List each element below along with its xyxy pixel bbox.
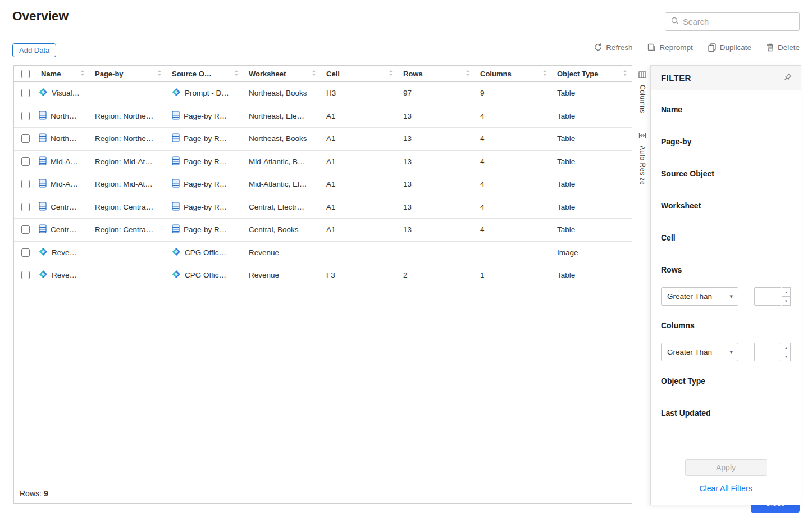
row-checkbox[interactable] [21, 157, 30, 166]
spin-down-button[interactable]: ▾ [782, 296, 791, 306]
row-cell: A1 [326, 180, 336, 188]
filter-section-label[interactable]: Source Object [661, 169, 791, 178]
column-header-rows[interactable]: Rows [398, 66, 475, 81]
row-columns: 4 [480, 225, 485, 234]
row-name: Reve… [52, 271, 77, 279]
reprompt-button[interactable]: Reprompt [647, 43, 692, 52]
row-checkbox[interactable] [21, 112, 30, 120]
filter-value-input[interactable] [754, 343, 781, 361]
row-name: Reve… [52, 248, 77, 257]
filter-section: Name ▾ ▴ ▾ [661, 105, 791, 114]
column-header-object-type[interactable]: Object Type [551, 66, 632, 81]
filter-section-label[interactable]: Page-by [661, 137, 791, 146]
row-rows: 97 [403, 89, 412, 97]
spin-up-button[interactable]: ▴ [782, 287, 791, 296]
pin-button[interactable] [782, 72, 793, 84]
filter-section-label[interactable]: Rows [661, 265, 791, 274]
table-row[interactable]: Centr… Region: Centra… Page-by R… Centra… [14, 196, 632, 219]
row-rows: 13 [403, 180, 412, 188]
table-row[interactable]: Mid-A… Region: Mid-At… Page-by R… Mid-At… [14, 151, 632, 174]
report-icon [172, 156, 180, 167]
report-icon [39, 133, 47, 144]
filter-value-input[interactable] [754, 287, 781, 306]
select-all-checkbox[interactable] [21, 70, 30, 78]
column-header-pageby[interactable]: Page-by [89, 66, 166, 81]
refresh-button[interactable]: Refresh [594, 43, 632, 52]
dossier-icon [172, 88, 181, 98]
row-checkbox[interactable] [21, 248, 30, 257]
row-source-object: Page-by R… [184, 180, 227, 188]
row-source-object: Page-by R… [184, 157, 227, 166]
row-checkbox[interactable] [21, 203, 30, 211]
column-header-cell[interactable]: Cell [321, 66, 398, 81]
filter-section-label[interactable]: Last Updated [661, 409, 791, 418]
apply-button[interactable]: Apply [685, 459, 767, 476]
dossier-icon [172, 247, 181, 258]
row-pageby: Region: Northe… [95, 112, 153, 120]
operator-select[interactable]: Greater Than ▾ [661, 287, 738, 306]
row-checkbox[interactable] [21, 225, 30, 234]
row-checkbox[interactable] [21, 134, 30, 143]
table-footer: Rows: 9 [14, 483, 632, 503]
filter-section-label[interactable]: Name [661, 105, 791, 114]
filter-section-label[interactable]: Cell [661, 233, 791, 242]
row-checkbox[interactable] [21, 271, 30, 279]
filter-section: Columns Greater Than ▾ ▴ ▾ [661, 321, 791, 361]
report-icon [172, 133, 180, 144]
filter-section-label[interactable]: Columns [661, 321, 791, 330]
filter-section-label[interactable]: Worksheet [661, 201, 791, 210]
chevron-down-icon: ▾ [729, 348, 733, 356]
row-cell: A1 [326, 203, 336, 211]
refresh-label: Refresh [606, 43, 632, 52]
operator-select[interactable]: Greater Than ▾ [661, 343, 738, 361]
row-columns: 4 [480, 134, 485, 143]
row-object-type: Table [557, 271, 575, 279]
columns-tab[interactable]: Columns [635, 71, 650, 114]
filter-section: Rows Greater Than ▾ ▴ ▾ [661, 265, 791, 306]
table-row[interactable]: Mid-A… Region: Mid-At… Page-by R… Mid-At… [14, 173, 632, 196]
add-data-button[interactable]: Add Data [12, 43, 56, 57]
row-pageby: Region: Centra… [95, 225, 153, 234]
dossier-icon [172, 270, 181, 280]
table-row[interactable]: North… Region: Northe… Page-by R… Northe… [14, 105, 632, 128]
auto-resize-tab[interactable]: Auto Resize [635, 132, 650, 185]
columns-icon [638, 71, 646, 81]
table-row[interactable]: North… Region: Northe… Page-by R… Northe… [14, 128, 632, 151]
search-box[interactable] [665, 12, 800, 31]
spin-up-button[interactable]: ▴ [782, 343, 791, 352]
delete-button[interactable]: Delete [766, 43, 800, 52]
column-header-worksheet[interactable]: Worksheet [243, 66, 321, 81]
columns-tab-label: Columns [638, 85, 646, 114]
auto-resize-tab-label: Auto Resize [638, 146, 646, 185]
column-header-source[interactable]: Source O… [166, 66, 243, 81]
chevron-down-icon: ▾ [729, 293, 733, 300]
row-source-object: Page-by R… [184, 134, 227, 143]
column-header-columns[interactable]: Columns [475, 66, 551, 81]
duplicate-button[interactable]: Duplicate [708, 43, 751, 52]
filter-section: Page-by ▾ ▴ ▾ [661, 137, 791, 146]
row-object-type: Table [557, 180, 575, 188]
side-tabs: Columns Auto Resize [635, 71, 650, 203]
spin-down-button[interactable]: ▾ [782, 352, 791, 361]
table-row[interactable]: Centr… Region: Centra… Page-by R… Centra… [14, 219, 632, 242]
report-icon [39, 179, 47, 189]
row-worksheet: Central, Electr… [249, 203, 304, 211]
filter-section-controls: Greater Than ▾ ▴ ▾ [661, 343, 791, 361]
clear-all-filters-link[interactable]: Clear All Filters [699, 484, 752, 493]
row-cell: A1 [326, 225, 336, 234]
select-all-cell[interactable] [14, 66, 35, 81]
filter-section-label[interactable]: Object Type [661, 377, 791, 386]
search-input[interactable] [683, 17, 793, 26]
rows-count-value: 9 [44, 489, 48, 498]
table-row[interactable]: Reve… CPG Offic… Revenue F3 2 1 Table [14, 264, 632, 287]
table-body: Visual… Prompt - D… Northeast, Books H3 … [14, 82, 632, 287]
sort-icon [623, 70, 627, 78]
row-checkbox[interactable] [21, 180, 30, 188]
column-header-label: Worksheet [249, 70, 286, 78]
row-rows: 13 [403, 157, 412, 166]
table-row[interactable]: Reve… CPG Offic… Revenue Image [14, 242, 632, 265]
operator-value: Greater Than [667, 292, 712, 301]
row-checkbox[interactable] [21, 89, 30, 97]
table-row[interactable]: Visual… Prompt - D… Northeast, Books H3 … [14, 82, 632, 105]
column-header-name[interactable]: Name [35, 66, 89, 81]
